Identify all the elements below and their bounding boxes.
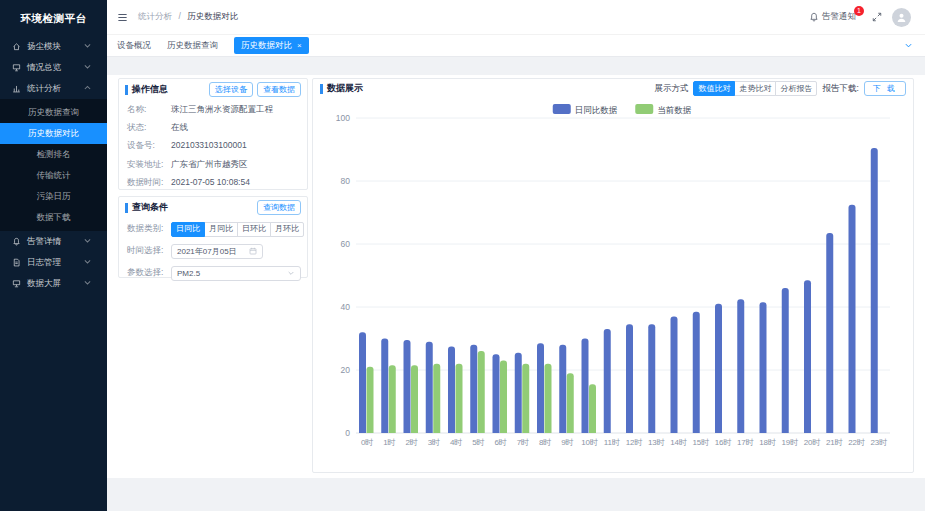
chevron-down-icon <box>83 236 98 247</box>
sidebar-item-label: 统计分析 <box>27 83 61 95</box>
sidebar-subitem-数据下载[interactable]: 数据下载 <box>0 207 107 228</box>
avatar[interactable] <box>892 8 911 27</box>
bar-chart: 020406080100日同比数据当前数据0时1时2时3时4时5时6时7时8时9… <box>313 98 900 470</box>
bar-green-9时 <box>567 373 574 433</box>
app-window: 环境检测平台 扬尘模块情况总览统计分析历史数据查询历史数据对比检测排名传输统计污… <box>0 0 925 511</box>
sidebar-subitem-传输统计[interactable]: 传输统计 <box>0 165 107 186</box>
bar-blue-12时 <box>626 324 633 433</box>
overview-icon <box>12 63 21 72</box>
field-value: 2021033103100001 <box>171 141 247 150</box>
category-button-日环比[interactable]: 日环比 <box>237 222 271 237</box>
category-label: 数据类别: <box>127 223 171 235</box>
sidebar-subitem-历史数据查询[interactable]: 历史数据查询 <box>0 102 107 123</box>
date-picker-input[interactable]: 2021年07月05日 <box>171 244 263 259</box>
x-tick-label: 1时 <box>383 438 395 447</box>
sidebar-item-告警详情[interactable]: 告警详情 <box>0 231 107 252</box>
op-button-选择设备[interactable]: 选择设备 <box>209 82 253 97</box>
chart-legend: 日同比数据当前数据 <box>553 104 692 115</box>
bar-blue-13时 <box>648 324 655 433</box>
bar-blue-6时 <box>493 354 500 433</box>
sidebar-item-扬尘模块[interactable]: 扬尘模块 <box>0 36 107 57</box>
panel-accent-bar <box>320 84 323 94</box>
sidebar-item-统计分析[interactable]: 统计分析 <box>0 78 107 99</box>
category-button-月同比[interactable]: 月同比 <box>204 222 238 237</box>
param-label: 参数选择: <box>127 267 171 279</box>
bar-blue-23时 <box>871 148 878 433</box>
download-button[interactable]: 下 载 <box>864 81 906 96</box>
tab-历史数据查询[interactable]: 历史数据查询 <box>167 40 218 52</box>
sidebar-item-label: 情况总览 <box>27 62 61 74</box>
x-tick-label: 12时 <box>626 438 643 447</box>
tab-label: 设备概况 <box>117 40 151 50</box>
x-tick-label: 4时 <box>450 438 462 447</box>
bar-blue-17时 <box>737 299 744 433</box>
mode-button-数值比对[interactable]: 数值比对 <box>693 81 735 96</box>
legend-label[interactable]: 日同比数据 <box>575 105 618 115</box>
chevron-down-icon <box>83 257 98 268</box>
bar-green-2时 <box>411 365 418 433</box>
chart-controls: 展示方式 数值比对走势比对分析报告 报告下载: 下 载 <box>654 81 906 96</box>
parameter-select[interactable]: PM2.5 <box>171 266 301 281</box>
field-label: 安装地址: <box>127 160 171 169</box>
category-button-月环比[interactable]: 月环比 <box>270 222 304 237</box>
breadcrumb-section[interactable]: 统计分析 <box>138 11 172 21</box>
op-button-查看数据[interactable]: 查看数据 <box>257 82 301 97</box>
bar-blue-21时 <box>826 233 833 433</box>
x-tick-label: 9时 <box>561 438 573 447</box>
tab-历史数据对比[interactable]: 历史数据对比× <box>234 37 309 54</box>
x-tick-label: 8时 <box>539 438 551 447</box>
category-button-日同比[interactable]: 日同比 <box>171 222 205 237</box>
content-wrapper: 操作信息 选择设备查看数据 名称:珠江三角洲水资源配置工程状态:在线设备号:20… <box>107 75 925 478</box>
x-tick-label: 5时 <box>472 438 484 447</box>
breadcrumb-current: 历史数据对比 <box>187 11 238 21</box>
field-value: 珠江三角洲水资源配置工程 <box>171 105 273 114</box>
category-segmented-control: 日同比月同比日环比月环比 <box>171 222 304 237</box>
sidebar-item-数据大屏[interactable]: 数据大屏 <box>0 273 107 294</box>
chevron-down-icon <box>287 269 295 277</box>
field-label: 设备号: <box>127 141 171 150</box>
sidebar-subitem-检测排名[interactable]: 检测排名 <box>0 144 107 165</box>
chevron-down-icon <box>83 41 98 52</box>
y-tick-label: 80 <box>341 176 351 186</box>
query-data-button[interactable]: 查询数据 <box>257 200 301 215</box>
y-tick-label: 40 <box>341 302 351 312</box>
bar-blue-19时 <box>782 288 789 433</box>
bar-blue-1时 <box>381 339 388 434</box>
breadcrumb-separator: / <box>178 11 180 21</box>
tab-label: 历史数据对比 <box>241 40 292 50</box>
sidebar-item-情况总览[interactable]: 情况总览 <box>0 57 107 78</box>
bar-blue-4时 <box>448 346 455 433</box>
notification-button[interactable]: 告警通知 1 <box>809 11 862 23</box>
query-panel-title: 查询条件 <box>132 201 168 214</box>
field-value: 2021-07-05 10:08:54 <box>171 178 250 187</box>
sidebar-item-日志管理[interactable]: 日志管理 <box>0 252 107 273</box>
sidebar-subitem-历史数据对比[interactable]: 历史数据对比 <box>0 123 107 144</box>
x-tick-label: 21时 <box>826 438 843 447</box>
legend-label[interactable]: 当前数据 <box>657 105 692 115</box>
bar-green-0时 <box>367 367 374 433</box>
bar-green-6时 <box>500 361 507 433</box>
sidebar-item-label: 扬尘模块 <box>27 41 61 53</box>
chart-panel: 数据展示 展示方式 数值比对走势比对分析报告 报告下载: 下 载 0204060… <box>312 78 914 473</box>
report-download-label: 报告下载: <box>822 83 858 95</box>
user-icon <box>896 12 907 23</box>
tabs-collapse-chevron-icon[interactable] <box>904 41 913 50</box>
mode-button-走势比对[interactable]: 走势比对 <box>734 81 776 96</box>
menu-collapse-icon[interactable] <box>117 12 128 23</box>
tab-设备概况[interactable]: 设备概况 <box>117 40 151 52</box>
bar-green-7时 <box>522 364 529 433</box>
sidebar: 环境检测平台 扬尘模块情况总览统计分析历史数据查询历史数据对比检测排名传输统计污… <box>0 0 107 511</box>
bar-blue-16时 <box>715 304 722 433</box>
notification-label: 告警通知 <box>822 11 856 23</box>
legend-swatch[interactable] <box>635 104 653 114</box>
legend-swatch[interactable] <box>553 104 571 114</box>
bar-blue-5时 <box>470 345 477 433</box>
fullscreen-icon[interactable] <box>872 12 882 22</box>
chart-panel-title: 数据展示 <box>327 82 363 95</box>
x-tick-label: 19时 <box>781 438 798 447</box>
sidebar-subitem-污染日历[interactable]: 污染日历 <box>0 186 107 207</box>
y-tick-label: 20 <box>341 365 351 375</box>
tab-close-icon[interactable]: × <box>297 41 302 50</box>
bar-blue-15时 <box>693 312 700 433</box>
mode-button-分析报告[interactable]: 分析报告 <box>775 81 817 96</box>
